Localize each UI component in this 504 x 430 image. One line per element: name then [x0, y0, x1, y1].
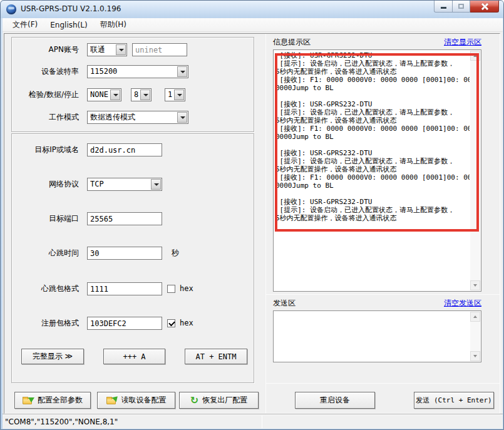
plus-a-button[interactable]: +++ A — [103, 349, 165, 364]
folder-download-icon — [23, 396, 34, 405]
target-port-row: 目标端口 — [3, 212, 265, 225]
register-hex-label: hex — [180, 317, 193, 330]
send-textarea[interactable] — [273, 310, 481, 362]
at-entm-button[interactable]: AT + ENTM — [185, 349, 247, 364]
apn-account-input[interactable] — [132, 43, 187, 56]
apn-carrier-value: 联通 — [90, 44, 115, 56]
send-button[interactable]: 发送 (Ctrl + Enter) — [414, 392, 494, 409]
workmode-row: 工作模式 数据透传模式 — [3, 111, 265, 124]
target-ip-input[interactable] — [87, 143, 162, 156]
seconds-unit-label: 秒 — [172, 247, 179, 260]
factory-reset-label: 恢复出厂配置 — [202, 395, 247, 406]
apn-row: APN账号 联通 — [3, 43, 265, 56]
send-area-header: 发送区 清空发送区 — [273, 298, 481, 308]
heartbeat-time-label: 心跳时间 — [12, 247, 79, 260]
chevron-down-icon[interactable] — [140, 90, 150, 100]
window-controls — [434, 1, 499, 13]
workmode-value: 数据透传模式 — [90, 111, 177, 123]
heartbeat-packet-input[interactable] — [87, 282, 162, 295]
target-ip-row: 目标IP或域名 — [3, 143, 265, 156]
databits-value: 8 — [134, 89, 140, 101]
client-area: 文件(F) English(L) 帮助(H) APN账号 联通 设备波特率 11… — [3, 18, 503, 429]
parity-value: NONE — [90, 89, 110, 101]
chevron-down-icon[interactable] — [177, 66, 187, 77]
titlebar[interactable]: USR-GPRS-DTU V2.1.0.196 — [1, 1, 504, 18]
menu-help[interactable]: 帮助(H) — [94, 18, 133, 32]
heartbeat-time-input[interactable] — [87, 247, 162, 260]
info-scrollbar[interactable] — [470, 51, 480, 290]
apn-carrier-select[interactable]: 联通 — [87, 43, 127, 56]
full-display-button[interactable]: 完整显示 ≫ — [21, 349, 84, 364]
full-display-label: 完整显示 ≫ — [33, 351, 73, 362]
target-ip-label: 目标IP或域名 — [12, 143, 79, 156]
send-button-label: 发送 (Ctrl + Enter) — [416, 396, 491, 405]
heartbeat-hex-label: hex — [180, 282, 193, 295]
menu-file[interactable]: 文件(F) — [6, 18, 44, 32]
protocol-row: 网络协议 TCP — [3, 178, 265, 191]
info-log-textarea[interactable]: [接收]: USR-GPRS232-DTU [提示]: 设备启动，已进入配置状态… — [273, 49, 481, 292]
databits-select[interactable]: 8 — [131, 88, 152, 101]
chevron-down-icon[interactable] — [174, 90, 184, 100]
window-title: USR-GPRS-DTU V2.1.0.196 — [21, 4, 121, 13]
send-scrollbar[interactable] — [470, 312, 480, 361]
status-text: "COM8","115200","NONE,8,1" — [5, 417, 118, 426]
scroll-up-icon[interactable] — [470, 312, 480, 322]
close-icon — [481, 3, 488, 10]
baud-label: 设备波特率 — [12, 65, 79, 78]
register-hex-checkbox[interactable] — [167, 319, 175, 327]
register-packet-row: 注册包格式 hex — [3, 317, 265, 330]
heartbeat-hex-checkbox[interactable] — [167, 285, 175, 293]
menu-english[interactable]: English(L) — [44, 19, 93, 31]
status-separator — [262, 416, 262, 428]
clear-display-link[interactable]: 清空显示区 — [444, 37, 481, 48]
workmode-select[interactable]: 数据透传模式 — [87, 111, 188, 124]
folder-export-icon — [106, 396, 118, 405]
register-packet-input[interactable] — [87, 317, 162, 330]
restart-device-button[interactable]: 重启设备 — [295, 392, 375, 409]
apn-label: APN账号 — [12, 43, 79, 56]
plus-a-label: +++ A — [123, 352, 145, 361]
protocol-label: 网络协议 — [12, 178, 79, 191]
target-port-input[interactable] — [87, 212, 162, 225]
register-packet-label: 注册包格式 — [12, 317, 79, 330]
config-all-label: 配置全部参数 — [38, 395, 83, 406]
right-panel-divider — [266, 294, 500, 295]
maximize-icon — [458, 4, 464, 9]
chevron-down-icon[interactable] — [110, 90, 120, 100]
restart-device-label: 重启设备 — [320, 395, 350, 406]
app-icon — [6, 4, 16, 14]
close-button[interactable] — [470, 1, 499, 13]
chevron-down-icon[interactable] — [151, 179, 161, 190]
parity-select[interactable]: NONE — [87, 88, 121, 101]
heartbeat-time-row: 心跳时间 秒 — [3, 247, 265, 260]
panel-divider — [265, 34, 266, 413]
chevron-down-icon[interactable] — [177, 112, 187, 123]
config-all-button[interactable]: 配置全部参数 — [14, 392, 91, 409]
heartbeat-packet-label: 心跳包格式 — [12, 282, 79, 295]
stopbits-select[interactable]: 1 — [165, 88, 185, 101]
target-port-label: 目标端口 — [12, 212, 79, 225]
app-window: USR-GPRS-DTU V2.1.0.196 文件(F) English(L)… — [0, 0, 504, 430]
parity-label: 检验/数据/停止 — [12, 88, 79, 101]
status-bar: "COM8","115200","NONE,8,1" — [3, 414, 503, 429]
menubar: 文件(F) English(L) 帮助(H) — [3, 18, 503, 32]
right-panel-bottom-divider — [266, 383, 500, 384]
info-area-header: 信息提示区 清空显示区 — [273, 37, 481, 47]
scroll-down-icon[interactable] — [470, 351, 480, 361]
refresh-icon: ↻ — [190, 396, 198, 406]
chevron-down-icon[interactable] — [116, 44, 126, 55]
clear-send-link[interactable]: 清空发送区 — [444, 298, 481, 309]
minimize-button[interactable] — [434, 1, 453, 13]
baud-select[interactable]: 115200 — [87, 65, 188, 78]
read-config-button[interactable]: 读取设备配置 — [97, 392, 175, 409]
protocol-select[interactable]: TCP — [87, 178, 162, 191]
scroll-down-icon[interactable] — [470, 280, 480, 290]
scroll-up-icon[interactable] — [470, 51, 480, 61]
at-entm-label: AT + ENTM — [195, 352, 236, 361]
heartbeat-packet-row: 心跳包格式 hex — [3, 282, 265, 295]
baud-row: 设备波特率 115200 — [3, 65, 265, 78]
send-area-title: 发送区 — [273, 298, 296, 309]
read-config-label: 读取设备配置 — [121, 395, 167, 406]
workmode-label: 工作模式 — [12, 111, 79, 124]
factory-reset-button[interactable]: ↻ 恢复出厂配置 — [179, 392, 259, 409]
